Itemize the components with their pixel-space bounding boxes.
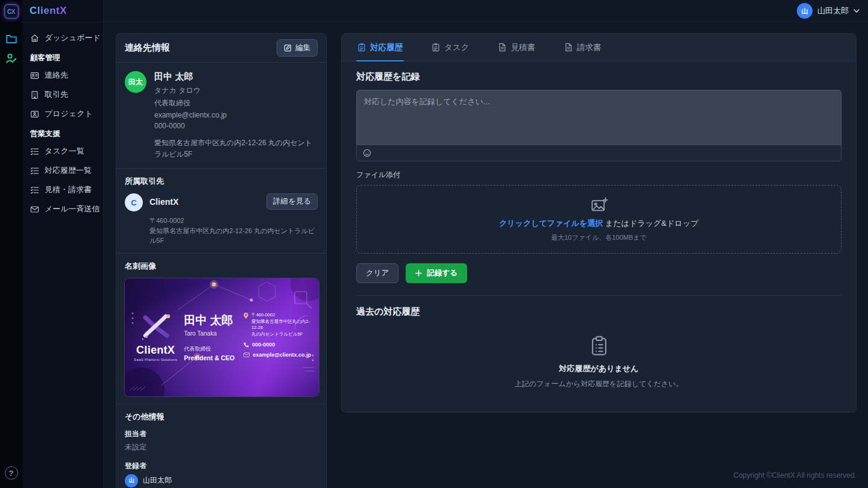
card-name: 田中 太郎 [184,313,238,328]
sidebar-item-tasks[interactable]: タスク一覧 [27,142,98,161]
card-content: ClientX SaaS Platform Solutions 田中 太郎 Ta… [125,278,319,396]
card-email-row: example@clientx.co.jp [244,352,311,358]
contact-details: 田中 太郎 タナカ タロウ 代表取締役 example@clientx.co.j… [154,71,318,160]
contact-job-title: 代表取締役 [154,98,318,108]
contact-name: 田中 太郎 [154,71,318,83]
tab-label: タスク [444,42,469,53]
help-icon[interactable]: ? [5,466,18,480]
card-phone-row: 000-0000 [244,342,311,348]
card-phone: 000-0000 [252,342,275,348]
history-form: 対応履歴を記録 ファイル添付 クリックしてファイルを選択 [342,61,856,412]
icon-rail: CX ? [0,0,22,488]
project-icon [30,110,39,119]
business-card-image[interactable]: ClientX SaaS Platform Solutions 田中 太郎 Ta… [125,278,319,396]
card-section-title: 名刺画像 [125,261,318,272]
phone-icon [244,342,249,348]
sidebar-item-label: タスク一覧 [45,146,84,157]
contact-phone: 000-0000 [154,122,318,130]
contact-address: 愛知県名古屋市中区丸の内2-12-26 丸の内セントラルビル5F [154,137,318,160]
tab-label: 対応履歴 [370,42,403,53]
user-avatar: 山 [797,3,813,19]
edit-button-label: 編集 [295,43,310,53]
chevron-down-icon [854,9,860,13]
checklist-icon [30,166,39,175]
history-empty-state: 対応履歴がありません 上記のフォームから対応履歴を記録してください。 [356,318,841,412]
company-postal: 〒460-0002 [149,216,318,226]
history-list-heading: 過去の対応履歴 [356,306,841,318]
history-textarea[interactable] [356,90,841,145]
clear-button[interactable]: クリア [356,263,398,283]
emoji-button[interactable] [363,148,373,158]
sidebar-item-histories[interactable]: 対応履歴一覧 [27,161,98,180]
sidebar-item-label: 連絡先 [45,70,68,81]
tab-bar: 対応履歴 タスク 見積書 請求書 [342,34,856,61]
person-edit-icon[interactable] [4,51,19,66]
smiley-icon [363,149,371,157]
sidebar-section-sales: 営業支援 [27,124,98,142]
company-name: ClientX [149,193,178,207]
sidebar-item-quotes[interactable]: 見積・請求書 [27,180,98,199]
company-section: 所属取引先 C ClientX 詳細を見る 〒460-0002 愛知県名古屋市中… [116,169,326,254]
document-icon [564,43,573,52]
sidebar-item-label: 対応履歴一覧 [45,165,92,176]
dropzone-hint: 最大10ファイル、各100MBまで [551,233,647,242]
folder-icon[interactable] [4,32,19,46]
sidebar-item-label: 見積・請求書 [45,184,92,195]
tab-history[interactable]: 対応履歴 [356,34,404,61]
card-address1: 愛知県名古屋市中区丸の内2-12-26 [251,319,311,331]
edit-button[interactable]: 編集 [277,39,318,57]
history-form-heading: 対応履歴を記録 [356,71,841,83]
tab-task[interactable]: タスク [430,34,470,61]
tab-label: 請求書 [577,42,602,53]
tab-invoice[interactable]: 請求書 [563,34,603,61]
form-actions: クリア 記録する [356,263,841,283]
sidebar-item-projects[interactable]: プロジェクト [27,104,98,124]
sidebar-item-accounts[interactable]: 取引先 [27,85,98,104]
composer-toolbar [356,145,841,161]
clipboard-icon [357,43,366,52]
sidebar-item-dashboard[interactable]: ダッシュボード [27,28,98,48]
contact-card-icon [30,71,39,80]
card-postal: 〒460-0002 [251,312,311,319]
cx-logo-text: CX [7,8,15,15]
clipboard-list-icon [590,336,608,356]
divider [356,295,841,296]
home-icon [30,34,39,43]
checklist-icon [30,147,39,156]
sidebar-item-label: プロジェクト [45,108,93,119]
plus-icon [415,270,422,277]
contact-summary: 田太 田中 太郎 タナカ タロウ 代表取締役 example@clientx.c… [116,63,326,169]
card-address2: 丸の内セントラルビル5F [251,331,311,338]
card-logo-block: ClientX SaaS Platform Solutions [133,313,178,361]
company-avatar: C [125,193,143,211]
sidebar-menu: ダッシュボード 顧客管理 連絡先 取引先 プロジェクト 営業支援 タスク一覧 [22,22,103,225]
copyright-text: Copyright ©ClientX All rights reserved. [734,471,857,480]
contact-info-panel: 連絡先情報 編集 田太 田中 太郎 タナカ タロウ 代表取締役 example@… [116,33,327,488]
card-image-section: 名刺画像 [116,254,326,404]
app-root: CX ? ClientX ダッシュボード 顧客管理 連絡先 取引先 [0,0,868,488]
user-name: 山田太郎 [817,5,849,16]
tab-quote[interactable]: 見積書 [497,34,536,61]
submit-button[interactable]: 記録する [406,263,467,283]
help-glyph: ? [9,469,14,478]
document-icon [498,43,506,52]
main-area: 山 山田太郎 連絡先情報 編集 田太 田中 太郎 [104,0,868,488]
file-dropzone[interactable]: クリックしてファイルを選択 またはドラッグ&ドロップ 最大10ファイル、各100… [356,185,841,254]
attach-label: ファイル添付 [356,170,841,180]
sidebar-section-customer: 顧客管理 [27,48,98,66]
topbar: 山 山田太郎 [104,0,868,22]
app-logo: ClientX [22,0,103,22]
registrant-avatar: 山 [125,474,138,487]
sidebar-item-label: メール一斉送信 [45,204,100,214]
company-detail-button[interactable]: 詳細を見る [266,193,318,210]
sidebar-item-contacts[interactable]: 連絡先 [27,66,98,85]
other-section-title: その他情報 [125,411,318,422]
file-select-link[interactable]: クリックしてファイルを選択 [499,219,603,228]
user-menu[interactable]: 山 山田太郎 [797,3,860,19]
sidebar: ClientX ダッシュボード 顧客管理 連絡先 取引先 プロジェクト 営業支援 [22,0,104,488]
contact-kana: タナカ タロウ [154,86,318,96]
card-title-en: President & CEO [184,354,238,361]
owner-value: 未設定 [125,442,318,452]
registrant-row: 山 山田太郎 [125,474,318,487]
sidebar-item-bulk-mail[interactable]: メール一斉送信 [27,199,98,219]
